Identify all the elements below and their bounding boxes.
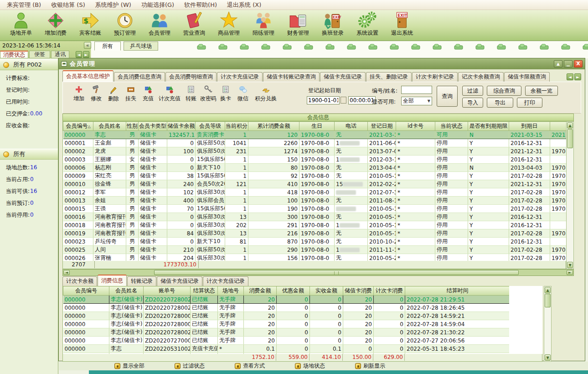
card_type-cell[interactable]: 储值卡 [139,188,167,197]
total_consume-cell[interactable]: 2260 [248,139,299,147]
name-cell[interactable]: 李志(储值卡) [109,312,144,320]
tab-count-card-balance[interactable]: 记次卡余额查询 [458,72,504,82]
card_type-cell[interactable]: 储值卡 [139,254,167,261]
name-cell[interactable]: 徐金锋 [93,180,126,188]
sex-cell[interactable]: 男 [126,164,139,172]
status-cell[interactable]: 停用 [435,238,468,246]
venue-cell[interactable]: 无手牌 [218,337,244,345]
delete-button[interactable]: 删除 [105,85,122,103]
phone-cell[interactable]: 1 [335,221,368,229]
table-row[interactable]: 000019河南教育报刊社男储值卡84俱乐部30次132161970-08-0无… [63,229,567,238]
table-row[interactable]: 000010徐金锋男储值卡240会员50次20元1214101970-08-01… [63,180,567,188]
id_card-cell[interactable]: * [396,131,435,139]
export-button[interactable]: 导出 [487,98,513,108]
table-row[interactable]: 000025人间男储值卡210俱乐部50次12901970-08-012011-… [63,246,567,254]
extra-cell[interactable]: 1970 [550,229,567,238]
scroll-left-icon[interactable]: ◄ [63,270,70,275]
level-cell[interactable]: 会员50次20元 [196,180,225,188]
level-cell[interactable]: 俱乐部30次 [196,229,225,238]
birthday-cell[interactable]: 1970-08-0 [299,213,335,221]
amount-cell[interactable]: 20 [244,337,277,345]
table-row[interactable]: 000016河南教育报刊社男储值卡0俱乐部30次133001970-08-0无2… [63,213,567,221]
tab-count-recharge-records[interactable]: 计次卡充值记录 [203,276,248,286]
reg_date-cell[interactable]: 2010-05-11 [368,172,396,180]
reg_date-cell[interactable]: 2010-10-21 [368,238,396,246]
left-tab-contact[interactable]: 通讯 [51,51,69,58]
no-cell[interactable]: 000000 [63,320,109,328]
has_expiry-cell[interactable]: Y [468,254,509,261]
members-vertical-scrollbar[interactable]: ▲ ▼ [566,121,574,269]
expiry-cell[interactable]: 2013-04-03 [509,164,550,172]
points-cell[interactable]: 1041 [225,139,248,147]
status-filter-state[interactable]: 过滤状态 [175,362,205,370]
level-cell[interactable]: 15俱乐部50次 [196,172,225,180]
bill-cell[interactable]: ZD202207280029 [144,328,191,337]
time-cell[interactable]: 2022-07-28 21:30:22 [405,328,510,337]
name-cell[interactable]: 李军 [93,188,126,197]
menu-exit[interactable]: 退出系统 (X) [223,0,265,10]
no-cell[interactable]: 000000 [63,345,109,353]
amount-cell[interactable]: 20 [244,296,277,304]
status-cell[interactable]: 已结账 [191,304,218,312]
change-password-button[interactable]: 改密码 [200,85,217,103]
left-tab-consume-status[interactable]: 消费状态 [0,51,28,58]
sex-cell[interactable]: 男 [126,221,139,229]
card_type-cell[interactable]: 储值卡 [139,147,167,156]
level-cell[interactable]: 俱乐部30次 [196,221,225,229]
extra-cell[interactable]: 1970 [550,246,567,254]
card_type-cell[interactable]: 储值卡 [139,238,167,246]
change-card-button[interactable]: 换卡 [217,85,234,103]
balance-cell[interactable]: 100 [167,147,196,156]
phone-cell[interactable]: 无 [335,254,368,261]
total_consume-cell[interactable]: 870 [248,238,299,246]
has_expiry-cell[interactable]: N [468,131,509,139]
menu-function[interactable]: 功能选择(G) [137,0,178,10]
scroll-down-icon[interactable]: ▼ [567,262,573,268]
discount-cell[interactable]: 0 [277,345,310,353]
table-row[interactable]: 000003王丽娜女储值卡015俱乐部50次11501970-08-012012… [63,156,567,164]
id_card-cell[interactable]: * [396,238,435,246]
menu-guest[interactable]: 来宾管理 (B) [3,0,45,10]
times-cell[interactable]: 0 [374,320,405,328]
expiry-cell[interactable]: 2016-12-31 [509,156,550,164]
no-cell[interactable]: 000001 [63,139,93,147]
tab-member-basic-info[interactable]: 会员基本信息维护 [62,70,113,82]
phone-cell[interactable]: 1 [335,156,368,164]
birthday-cell[interactable]: 1970-08-0 [299,229,335,238]
no-cell[interactable]: 000000 [63,304,109,312]
total_consume-cell[interactable]: 216 [248,229,299,238]
table-row[interactable]: 000000李志男储值卡132457.1贵宾消费卡11201970-08-0无2… [63,131,567,139]
report-loss-button[interactable]: 挂失 [122,85,139,103]
name-cell[interactable]: 余姐 [93,197,126,205]
status-cell[interactable]: 停用 [435,180,468,188]
points-cell[interactable]: 1 [225,172,248,180]
balance-cell[interactable]: 0 [167,221,196,229]
total_consume-cell[interactable]: 80 [248,164,299,172]
menu-maintenance[interactable]: 系统维护 (W) [91,0,135,10]
balance-cell[interactable]: 0 [167,139,196,147]
status-cell[interactable]: 已结账 [191,296,218,304]
expiry-cell[interactable]: 2017-02-28 [509,197,550,205]
total_consume-cell[interactable]: 410 [248,180,299,188]
status-cell[interactable]: 停用 [435,156,468,164]
stored-cell[interactable]: 20 [343,337,374,345]
has_expiry-cell[interactable]: Y [468,172,509,180]
has_expiry-cell[interactable]: Y [468,246,509,254]
no-cell[interactable]: 000025 [63,246,93,254]
total_consume-cell[interactable]: 300 [248,213,299,221]
window-minimize-icon[interactable]: ▁ [564,60,573,68]
venue-cell[interactable]: 无手牌 [218,328,244,337]
name-cell[interactable]: 李志(储值卡) [109,328,144,337]
birthday-cell[interactable]: 1970-08-0 [299,254,335,261]
no-cell[interactable]: 000000 [63,328,109,337]
reg_date-cell[interactable]: 2012-02-23 [368,180,396,188]
sex-cell[interactable]: 男 [126,238,139,246]
discount-cell[interactable]: 0 [277,304,310,312]
toolbar-finance-button[interactable]: 财务管理 [281,10,315,41]
sex-cell[interactable]: 男 [126,205,139,213]
sex-cell[interactable]: 男 [126,229,139,238]
level-cell[interactable]: 15俱乐部50次 [196,156,225,164]
expiry-cell[interactable]: 2016-12-31 [509,238,550,246]
sex-cell[interactable]: 男 [126,172,139,180]
scroll-thumb[interactable] [567,129,573,148]
